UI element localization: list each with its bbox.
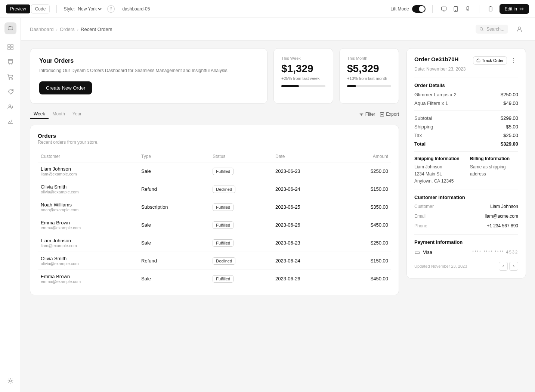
orders-card-subtitle: Recent orders from your store. (38, 140, 391, 145)
cell-customer: Emma Brown emma@example.com (38, 216, 138, 234)
status-badge: Fulfilled (213, 275, 234, 283)
cell-status: Fulfilled (210, 234, 272, 252)
create-new-order-button[interactable]: Create New Order (39, 81, 92, 94)
status-badge: Declined (213, 186, 235, 193)
sidebar-item-settings[interactable] (4, 374, 17, 388)
content-header: Dashboard › Orders › Recent Orders Searc… (21, 18, 535, 41)
panel-next-button[interactable]: › (509, 262, 518, 271)
more-options-button[interactable]: ⋮ (509, 56, 518, 65)
sidebar-item-analytics[interactable] (4, 115, 17, 128)
mobile-icon[interactable] (463, 4, 472, 13)
breadcrumb-dashboard[interactable]: Dashboard (30, 27, 54, 32)
track-order-button[interactable]: Track Order (473, 56, 507, 65)
svg-rect-9 (7, 47, 10, 50)
cell-customer: Liam Johnson liam@example.com (38, 234, 138, 252)
cell-customer: Liam Johnson liam@example.com (38, 162, 138, 180)
svg-rect-5 (489, 7, 492, 11)
breadcrumb-orders[interactable]: Orders (60, 27, 75, 32)
cell-amount: $350.00 (340, 198, 391, 216)
svg-point-12 (12, 78, 13, 80)
filter-button[interactable]: Filter (359, 112, 375, 117)
order-item-1: Glimmer Lamps x 2 $250.00 (414, 92, 518, 97)
table-row[interactable]: Emma Brown emma@example.com Sale Fulfill… (38, 216, 391, 234)
your-orders-description: Introducing Our Dynamic Orders Dashboard… (39, 67, 258, 74)
panel-prev-button[interactable]: ‹ (499, 262, 508, 271)
table-row[interactable]: Olivia Smith olivia@example.com Refund D… (38, 180, 391, 198)
orders-card: Orders Recent orders from your store. Cu… (30, 125, 399, 295)
table-row[interactable]: Noah Williams noah@example.com Subscript… (38, 198, 391, 216)
filename-label: dashboard-05 (122, 6, 150, 12)
sidebar (0, 18, 21, 392)
sidebar-item-cart[interactable] (4, 70, 17, 84)
app-body: Dashboard › Orders › Recent Orders Searc… (0, 18, 535, 392)
table-actions: Filter Export (359, 112, 399, 117)
card-icon: ▭ (414, 249, 420, 256)
time-tab-month[interactable]: Month (49, 110, 68, 119)
help-icon[interactable]: ? (107, 5, 115, 13)
customer-email: olivia@example.com (41, 261, 135, 266)
desktop-icon[interactable] (439, 4, 448, 13)
svg-rect-6 (8, 27, 13, 30)
code-tab[interactable]: Code (31, 4, 50, 13)
shipping-info-col: Shipping Information Liam Johnson 1234 M… (414, 156, 463, 185)
customer-name: Liam Johnson (41, 166, 135, 172)
phone-row: Phone +1 234 567 890 (414, 223, 518, 230)
time-tab-week[interactable]: Week (30, 110, 49, 119)
export-button[interactable]: Export (380, 112, 399, 117)
topbar-tabs: Preview Code (6, 4, 50, 13)
cell-amount: $250.00 (340, 162, 391, 180)
customer-name: Olivia Smith (41, 256, 135, 261)
sidebar-item-dashboard[interactable] (4, 40, 17, 54)
cell-date: 2023-06-24 (272, 180, 340, 198)
header-right: Search... (476, 22, 526, 36)
phone-label: Phone (414, 223, 427, 228)
shipping-value: $5.00 (506, 124, 518, 130)
cell-date: 2023-06-24 (272, 252, 340, 270)
time-tab-year[interactable]: Year (69, 110, 85, 119)
cell-customer: Olivia Smith olivia@example.com (38, 180, 138, 198)
subtotal-value: $299.00 (501, 115, 518, 121)
customer-info-title: Customer Information (414, 195, 518, 200)
edit-button[interactable]: Edit in (500, 4, 529, 14)
order-date: Date: November 23, 2023 (414, 66, 518, 72)
cell-date: 2023-06-23 (272, 162, 340, 180)
search-bar[interactable]: Search... (476, 25, 508, 34)
cards-row: Your Orders Introducing Our Dynamic Orde… (30, 48, 399, 104)
header-avatar[interactable] (513, 22, 526, 36)
cell-date: 2023-06-23 (272, 234, 340, 252)
card-number: **** **** **** 4532 (472, 250, 518, 254)
status-badge: Declined (213, 257, 235, 265)
sidebar-item-tag[interactable] (4, 85, 17, 99)
svg-point-17 (518, 27, 520, 29)
subtotal-row: Subtotal $299.00 (414, 115, 518, 121)
lift-mode-control: Lift Mode (390, 5, 425, 13)
this-month-bar-fill (347, 85, 356, 87)
svg-rect-19 (477, 60, 480, 62)
topbar-divider-3 (479, 5, 479, 13)
tablet-icon[interactable] (451, 4, 460, 13)
this-month-value: $5,329 (347, 63, 391, 75)
order-details-title: Order Details (414, 83, 518, 88)
col-customer: Customer (38, 151, 138, 162)
subtotal-label: Subtotal (414, 115, 432, 121)
total-label: Total (414, 141, 426, 147)
cell-type: Sale (138, 234, 210, 252)
sidebar-item-store[interactable] (4, 55, 17, 69)
lift-mode-toggle[interactable] (412, 5, 426, 13)
customer-name: Olivia Smith (41, 184, 135, 190)
table-row[interactable]: Emma Brown emma@example.com Sale Fulfill… (38, 270, 391, 288)
table-row[interactable]: Olivia Smith olivia@example.com Refund D… (38, 252, 391, 270)
style-select[interactable]: New York (76, 6, 103, 12)
customer-email: olivia@example.com (41, 190, 135, 194)
table-row[interactable]: Liam Johnson liam@example.com Sale Fulfi… (38, 162, 391, 180)
payment-row: ▭ Visa **** **** **** 4532 (414, 249, 518, 256)
cell-status: Fulfilled (210, 162, 272, 180)
cell-date: 2023-06-25 (272, 198, 340, 216)
this-month-bar-bg (347, 85, 391, 87)
preview-tab[interactable]: Preview (6, 4, 30, 13)
order-item-1-price: $250.00 (501, 92, 518, 97)
table-row[interactable]: Liam Johnson liam@example.com Sale Fulfi… (38, 234, 391, 252)
sidebar-item-users[interactable] (4, 100, 17, 113)
clipboard-icon[interactable] (486, 4, 495, 13)
order-item-2: Aqua Filters x 1 $49.00 (414, 100, 518, 106)
